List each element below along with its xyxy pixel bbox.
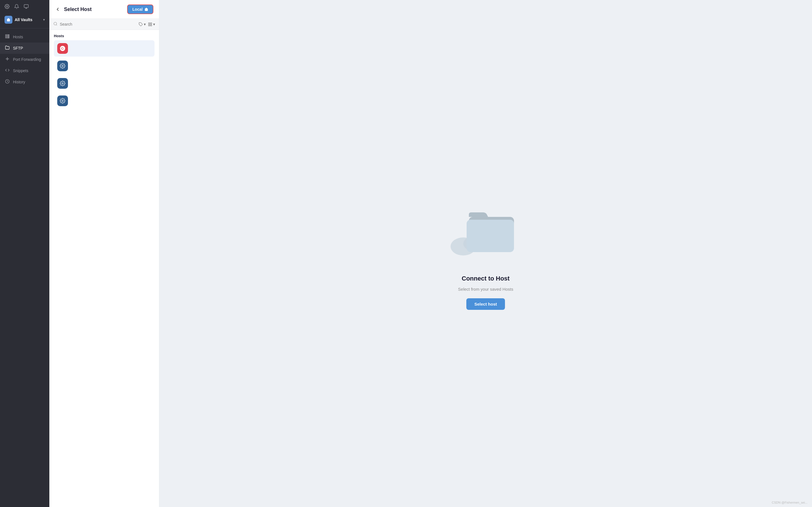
host-item-3[interactable] xyxy=(54,75,154,92)
home-icon xyxy=(144,7,148,11)
sidebar-item-hosts-label: Hosts xyxy=(13,35,23,39)
sidebar-item-sftp[interactable]: SFTP xyxy=(0,43,49,54)
vault-name: All Vaults xyxy=(15,17,41,22)
host-list-panel: Select Host Local xyxy=(49,0,159,507)
settings-icon-button[interactable] xyxy=(4,4,10,9)
sidebar-item-hosts[interactable]: Hosts xyxy=(0,31,49,43)
svg-rect-22 xyxy=(151,24,152,25)
vault-icon xyxy=(4,16,12,24)
svg-point-0 xyxy=(6,6,8,7)
history-icon xyxy=(4,79,10,85)
search-icon xyxy=(53,22,57,27)
vault-selector[interactable]: All Vaults ▾ xyxy=(0,13,49,26)
tag-chevron-icon: ▾ xyxy=(144,22,146,26)
host-item-2[interactable] xyxy=(54,58,154,74)
host-icon-3 xyxy=(57,78,68,89)
connect-panel: Connect to Host Select from your saved H… xyxy=(159,0,812,507)
vault-chevron-icon: ▾ xyxy=(43,18,45,22)
local-button-label: Local xyxy=(132,7,143,11)
port-forwarding-icon xyxy=(4,57,10,62)
svg-rect-1 xyxy=(24,4,29,8)
sftp-icon xyxy=(4,45,10,51)
connect-subtitle: Select from your saved Hosts xyxy=(458,287,513,291)
connect-title: Connect to Host xyxy=(462,275,510,282)
snippets-icon xyxy=(4,68,10,73)
select-host-button[interactable]: Select host xyxy=(466,298,505,310)
watermark: CSDN @Fishermen_sei... xyxy=(772,501,808,504)
sidebar-item-snippets[interactable]: Snippets xyxy=(0,65,49,76)
local-button[interactable]: Local xyxy=(127,4,153,14)
sidebar-item-history-label: History xyxy=(13,80,26,84)
hosts-section: Hosts xyxy=(49,30,159,112)
sidebar-divider xyxy=(0,28,49,29)
back-button[interactable] xyxy=(55,6,61,12)
panel-title: Select Host xyxy=(64,6,92,12)
panel: Select Host Local xyxy=(49,0,812,507)
host-icon-1 xyxy=(57,43,68,54)
svg-point-16 xyxy=(54,22,57,25)
svg-rect-20 xyxy=(151,22,152,24)
screen-icon-button[interactable] xyxy=(24,4,29,9)
svg-rect-21 xyxy=(149,24,150,25)
host-icon-2 xyxy=(57,61,68,71)
svg-point-10 xyxy=(7,58,8,59)
sidebar-item-snippets-label: Snippets xyxy=(13,68,28,73)
search-input[interactable] xyxy=(60,22,137,26)
svg-point-9 xyxy=(8,38,9,38)
sidebar-item-port-forwarding[interactable]: Port Forwarding xyxy=(0,54,49,65)
panel-header-left: Select Host xyxy=(55,6,92,12)
sidebar-item-port-forwarding-label: Port Forwarding xyxy=(13,57,41,62)
svg-point-25 xyxy=(62,100,63,102)
sidebar-nav: Hosts SFTP Port Forwarding xyxy=(0,30,49,89)
view-filter-button[interactable]: ▾ xyxy=(148,22,155,26)
svg-rect-19 xyxy=(149,22,150,24)
svg-point-7 xyxy=(8,35,9,35)
sidebar-item-history[interactable]: History xyxy=(0,76,49,88)
host-item-4[interactable] xyxy=(54,93,154,109)
svg-point-23 xyxy=(62,65,63,67)
filter-buttons: ▾ ▾ xyxy=(139,22,155,26)
host-icon-4 xyxy=(57,96,68,106)
view-chevron-icon: ▾ xyxy=(153,22,155,26)
hosts-icon xyxy=(4,34,10,40)
search-bar: ▾ ▾ xyxy=(49,19,159,30)
sidebar-top-bar xyxy=(0,0,49,13)
sidebar: All Vaults ▾ Hosts SFTP xyxy=(0,0,49,507)
folder-illustration xyxy=(446,197,525,265)
panel-header: Select Host Local xyxy=(49,0,159,19)
tag-filter-button[interactable]: ▾ xyxy=(139,22,146,26)
notifications-icon-button[interactable] xyxy=(14,4,19,9)
sidebar-item-sftp-label: SFTP xyxy=(13,46,23,50)
svg-rect-29 xyxy=(467,220,514,252)
svg-line-17 xyxy=(56,24,57,25)
hosts-section-title: Hosts xyxy=(54,34,154,38)
main-content: Select Host Local xyxy=(49,0,812,507)
svg-point-24 xyxy=(62,83,63,84)
host-item-1[interactable] xyxy=(54,40,154,57)
